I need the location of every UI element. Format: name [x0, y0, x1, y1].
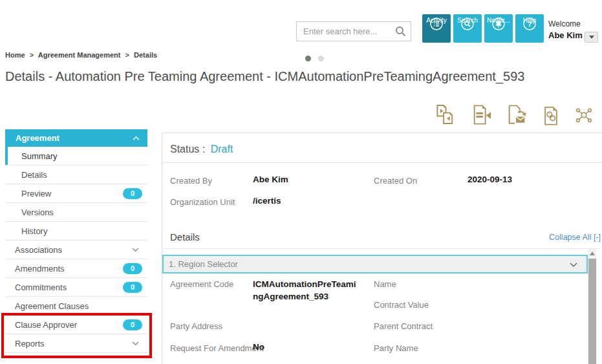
compare-documents-icon[interactable]	[435, 104, 458, 125]
sidebar-item-label: Summary	[21, 151, 58, 161]
accordion-title: 1. Region Selector	[169, 259, 238, 269]
carousel-dots	[305, 56, 324, 61]
sidebar-item-agreement-clauses[interactable]: Agreement Clauses	[5, 297, 147, 316]
sidebar-item-label: History	[21, 226, 47, 236]
user-menu-button[interactable]	[585, 32, 598, 43]
field-value-created-on: 2020-09-13	[468, 175, 512, 184]
search-button-label: Search	[457, 17, 478, 24]
divider	[162, 162, 602, 163]
activity-button[interactable]: Activity	[422, 14, 451, 43]
help-button-label: Help	[523, 17, 537, 24]
sidebar-item-associations[interactable]: Associations	[5, 241, 147, 259]
field-value-organization-unit: /icertis	[253, 196, 281, 206]
document-link-icon[interactable]	[541, 104, 561, 125]
welcome-greeting: Welcome	[548, 19, 583, 30]
caret-down-icon	[589, 36, 594, 39]
breadcrumb-home[interactable]: Home	[5, 51, 25, 59]
field-label-created-on: Created On	[374, 176, 417, 186]
sidebar-section-label: Agreement	[16, 133, 59, 143]
carousel-dot-2[interactable]	[318, 56, 324, 61]
field-label-request-for-amendment: Request For Amendment	[170, 343, 264, 353]
active-indicator-bar	[5, 147, 8, 165]
sidebar-item-label: Preview	[21, 189, 51, 198]
chevron-down-icon	[570, 262, 577, 268]
field-label-contract-value: Contract Value	[374, 300, 429, 310]
divider	[164, 248, 601, 249]
send-document-icon[interactable]	[506, 104, 528, 125]
chevron-up-icon	[133, 136, 140, 140]
status-badge: Draft	[211, 144, 233, 155]
notifications-button[interactable]: Notific...	[484, 14, 513, 43]
carousel-dot-1[interactable]	[305, 56, 311, 61]
breadcrumb-agreement-management[interactable]: Agreement Management	[38, 51, 121, 59]
field-value-agreement-code: ICMAutomationPreTeamingAgreement_593	[253, 278, 356, 303]
sidebar-item-label: Versions	[21, 208, 54, 217]
sidebar-item-clause-approver[interactable]: Clause Approver 0	[5, 316, 147, 334]
global-search	[296, 21, 411, 41]
count-badge: 0	[123, 263, 142, 274]
sidebar-item-history[interactable]: History	[5, 222, 147, 241]
notifications-button-label: Notific...	[487, 17, 510, 24]
top-nav-buttons: Activity Search Notific... ? Help	[422, 14, 544, 43]
status-label: Status :	[170, 144, 205, 155]
search-button[interactable]: Search	[453, 14, 482, 43]
count-badge: 0	[123, 188, 142, 199]
sidebar-item-versions[interactable]: Versions	[5, 203, 147, 222]
region-selector-accordion[interactable]: 1. Region Selector	[162, 255, 588, 273]
count-badge: 0	[123, 319, 142, 330]
sidebar-item-label: Commitments	[15, 283, 67, 292]
breadcrumb-separator: >	[125, 51, 129, 59]
field-label-organization-unit: Organization Unit	[170, 197, 235, 207]
sidebar-item-amendments[interactable]: Amendments 0	[5, 259, 147, 278]
search-icon[interactable]	[395, 26, 406, 37]
field-label-name: Name	[374, 279, 396, 289]
vertical-scrollbar	[588, 249, 597, 364]
collapse-all-link[interactable]: Collapse All [-]	[549, 233, 601, 242]
field-label-created-by: Created By	[170, 176, 212, 186]
search-input[interactable]	[297, 22, 411, 41]
sidebar-item-label: Details	[21, 170, 47, 180]
field-label-agreement-code: Agreement Code	[170, 279, 233, 289]
sidebar-item-commitments[interactable]: Commitments 0	[5, 278, 147, 297]
sidebar-item-details[interactable]: Details	[5, 166, 147, 184]
sidebar-item-reports[interactable]: Reports	[5, 334, 147, 353]
page-root: Activity Search Notific... ? Help Welcom…	[0, 0, 602, 364]
help-button[interactable]: ? Help	[515, 14, 544, 43]
sidebar-item-label: Associations	[15, 245, 62, 255]
chevron-down-icon	[132, 341, 139, 346]
sidebar-item-label: Clause Approver	[15, 320, 77, 330]
details-section-title: Details	[170, 231, 200, 242]
summary-panel: Status : Draft Created By Abe Kim Create…	[162, 133, 602, 364]
count-badge: 0	[123, 282, 142, 293]
field-label-parent-contract: Parent Contract	[374, 321, 433, 331]
user-name: Abe Kim	[548, 30, 583, 41]
page-title: Details - Automation Pre Teaming Agreeme…	[5, 69, 524, 84]
assemble-document-icon[interactable]	[471, 104, 493, 125]
triangle-up-icon	[590, 252, 595, 255]
agreement-actions-toolbar	[435, 104, 594, 125]
welcome-block: Welcome Abe Kim	[548, 19, 583, 41]
breadcrumb-details: Details	[134, 51, 157, 59]
scrollbar-thumb[interactable]	[588, 259, 596, 364]
sidebar-section-agreement[interactable]: Agreement	[5, 129, 147, 147]
sidebar-item-summary[interactable]: Summary	[5, 147, 147, 166]
chevron-down-icon	[132, 248, 139, 252]
field-label-party-name: Party Name	[374, 343, 418, 353]
scrollbar-up-button[interactable]	[588, 249, 597, 258]
share-network-icon[interactable]	[574, 106, 594, 124]
field-value-request-for-amendment: No	[253, 342, 264, 352]
field-label-party-address: Party Address	[170, 321, 222, 331]
sidebar-item-preview[interactable]: Preview 0	[5, 184, 147, 203]
field-value-created-by: Abe Kim	[253, 175, 288, 184]
sidebar-item-label: Agreement Clauses	[15, 301, 89, 311]
activity-button-label: Activity	[426, 17, 447, 24]
agreement-sidebar: Agreement Summary Details Preview 0 Vers…	[5, 129, 147, 353]
sidebar-item-label: Reports	[15, 339, 45, 348]
breadcrumb: Home > Agreement Management > Details	[5, 51, 160, 59]
breadcrumb-separator: >	[30, 51, 34, 59]
sidebar-item-label: Amendments	[15, 264, 65, 273]
status-row: Status : Draft	[170, 144, 233, 155]
